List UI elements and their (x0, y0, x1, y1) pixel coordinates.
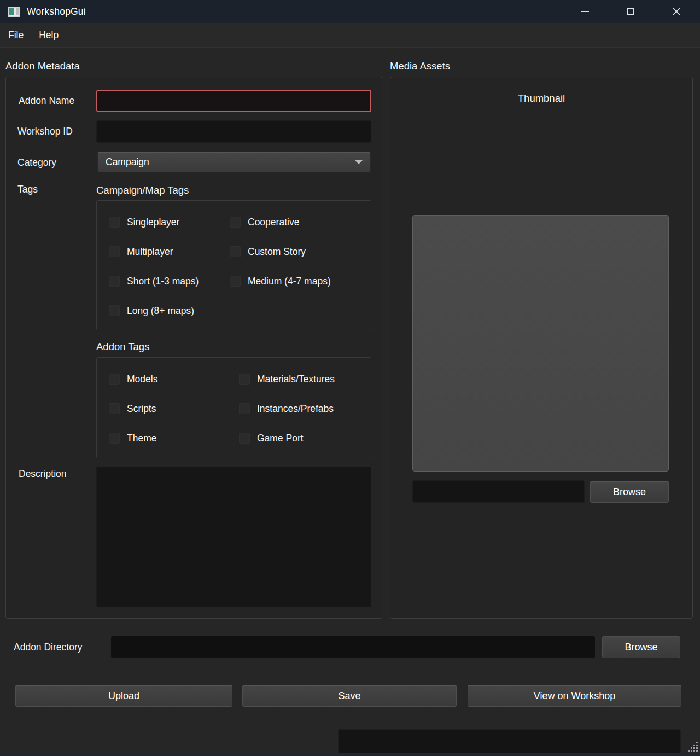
checkbox-label-game-port: Game Port (257, 433, 304, 444)
description-label: Description (19, 468, 67, 480)
checkbox-label-medium-4-7-maps: Medium (4-7 maps) (248, 276, 331, 287)
addon-name-input[interactable] (96, 90, 371, 112)
checkbox-medium-4-7-maps[interactable] (230, 276, 241, 287)
checkbox-label-multiplayer: Multiplayer (127, 246, 173, 258)
campaign-map-tags-title: Campaign/Map Tags (96, 184, 189, 196)
checkbox-item-singleplayer[interactable]: Singleplayer (109, 216, 230, 228)
window-title: WorkshopGui (27, 6, 86, 18)
checkbox-long-8-maps[interactable] (109, 305, 120, 316)
addon-directory-input[interactable] (110, 636, 596, 659)
app-icon (8, 7, 20, 17)
thumbnail-label: Thumbnail (390, 92, 692, 104)
maximize-icon (627, 8, 634, 15)
menu-help[interactable]: Help (32, 25, 66, 45)
checkbox-scripts[interactable] (109, 403, 120, 414)
thumbnail-browse-button[interactable]: Browse (590, 481, 669, 503)
checkbox-item-materials-textures[interactable]: Materials/Textures (239, 373, 371, 385)
checkbox-cooperative[interactable] (230, 217, 241, 228)
resize-grip-icon[interactable] (686, 740, 698, 752)
checkbox-instances-prefabs[interactable] (239, 403, 250, 414)
workshop-id-label: Workshop ID (18, 126, 73, 137)
addon-metadata-section-title: Addon Metadata (5, 60, 80, 72)
media-assets-group: Thumbnail Browse (390, 77, 693, 619)
close-icon (672, 7, 681, 16)
checkbox-item-custom-story[interactable]: Custom Story (230, 246, 371, 258)
description-textarea[interactable] (96, 467, 371, 607)
category-selected-value: Campaign (106, 156, 149, 168)
checkbox-short-1-3-maps[interactable] (109, 276, 120, 287)
status-field[interactable] (338, 729, 681, 753)
checkbox-item-cooperative[interactable]: Cooperative (230, 216, 371, 228)
checkbox-item-short-1-3-maps[interactable]: Short (1-3 maps) (109, 275, 230, 287)
workshopgui-window: WorkshopGui File Help Addon Metadata Med… (0, 0, 700, 756)
thumbnail-preview (412, 215, 669, 472)
close-button[interactable] (661, 0, 692, 23)
checkbox-label-materials-textures: Materials/Textures (257, 374, 335, 385)
campaign-map-tags-group: SingleplayerCooperativeMultiplayerCustom… (96, 200, 371, 330)
checkbox-item-game-port[interactable]: Game Port (239, 432, 371, 444)
checkbox-materials-textures[interactable] (239, 374, 250, 385)
checkbox-label-short-1-3-maps: Short (1-3 maps) (127, 276, 199, 287)
checkbox-item-multiplayer[interactable]: Multiplayer (109, 246, 230, 258)
checkbox-singleplayer[interactable] (109, 217, 120, 228)
checkbox-label-custom-story: Custom Story (248, 246, 306, 258)
checkbox-item-instances-prefabs[interactable]: Instances/Prefabs (239, 403, 371, 415)
checkbox-theme[interactable] (109, 433, 120, 444)
addon-metadata-group: Addon Name Workshop ID Category Campaign… (5, 77, 382, 619)
checkbox-item-models[interactable]: Models (109, 373, 239, 385)
checkbox-label-long-8-maps: Long (8+ maps) (127, 305, 194, 317)
save-button[interactable]: Save (242, 685, 457, 707)
checkbox-item-theme[interactable]: Theme (109, 432, 239, 444)
minimize-button[interactable] (569, 0, 600, 23)
checkbox-models[interactable] (109, 374, 120, 385)
thumbnail-path-input[interactable] (412, 480, 585, 503)
checkbox-item-long-8-maps[interactable]: Long (8+ maps) (109, 305, 230, 317)
title-bar: WorkshopGui (0, 0, 700, 23)
workshop-id-input[interactable] (96, 120, 371, 143)
addon-name-label: Addon Name (19, 95, 74, 107)
checkbox-label-instances-prefabs: Instances/Prefabs (257, 403, 334, 415)
chevron-down-icon (355, 160, 363, 164)
checkbox-custom-story[interactable] (230, 246, 241, 257)
tags-label: Tags (18, 184, 38, 195)
window-controls (569, 0, 692, 23)
addon-directory-label: Addon Directory (14, 642, 82, 653)
addon-directory-browse-button[interactable]: Browse (602, 636, 680, 658)
addon-tags-title: Addon Tags (96, 341, 149, 353)
addon-tags-group: ModelsMaterials/TexturesScriptsInstances… (96, 357, 371, 458)
view-on-workshop-button[interactable]: View on Workshop (468, 685, 681, 707)
checkbox-label-theme: Theme (127, 433, 156, 444)
checkbox-game-port[interactable] (239, 433, 250, 444)
checkbox-item-medium-4-7-maps[interactable]: Medium (4-7 maps) (230, 275, 371, 287)
checkbox-label-singleplayer: Singleplayer (127, 217, 179, 228)
media-assets-section-title: Media Assets (390, 60, 450, 72)
checkbox-multiplayer[interactable] (109, 246, 120, 257)
minimize-icon (581, 11, 589, 12)
checkbox-label-scripts: Scripts (127, 403, 156, 415)
menu-file[interactable]: File (1, 25, 31, 45)
checkbox-label-cooperative: Cooperative (248, 217, 299, 228)
checkbox-label-models: Models (127, 374, 158, 385)
checkbox-item-scripts[interactable]: Scripts (109, 403, 239, 415)
menu-bar: File Help (0, 23, 700, 48)
maximize-button[interactable] (615, 0, 646, 23)
upload-button[interactable]: Upload (15, 685, 232, 707)
category-label: Category (18, 157, 56, 168)
category-dropdown[interactable]: Campaign (97, 152, 371, 172)
